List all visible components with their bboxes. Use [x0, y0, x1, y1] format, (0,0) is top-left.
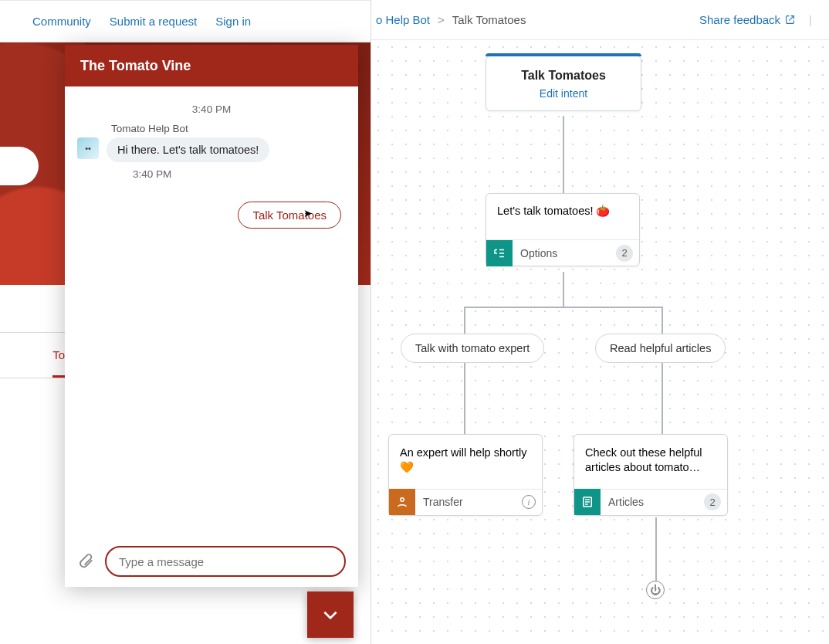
breadcrumb-parent[interactable]: o Help Bot [376, 13, 430, 26]
step-message: An expert will help shortly 🧡 [389, 435, 542, 489]
chevron-down-icon [320, 605, 340, 625]
toolbar-separator: | [809, 13, 812, 26]
chevron-right-icon: > [438, 13, 445, 26]
bot-message: Hi there. Let's talk tomatoes! [107, 137, 269, 162]
options-count-badge: 2 [616, 245, 633, 262]
connector [464, 307, 662, 308]
connector [563, 116, 564, 193]
transfer-icon [389, 489, 415, 515]
message-input[interactable] [105, 546, 346, 577]
flow-canvas[interactable]: Talk Tomatoes Edit intent Let's talk tom… [371, 40, 829, 644]
quick-reply-button[interactable]: Talk Tomatoes ➤ [238, 202, 341, 229]
articles-icon [574, 489, 601, 515]
edit-intent-link[interactable]: Edit intent [494, 87, 633, 100]
conversation-pane: 3:40 PM Tomato Help Bot •• Hi there. Let… [65, 86, 358, 542]
step-type-label: Transfer [415, 496, 522, 508]
step-type-label: Articles [601, 496, 704, 508]
bot-avatar: •• [77, 137, 99, 159]
svg-point-0 [401, 498, 404, 502]
bot-name-label: Tomato Help Bot [111, 123, 346, 134]
connector [464, 307, 465, 334]
option-node[interactable]: Read helpful articles [595, 334, 726, 363]
intent-title: Talk Tomatoes [494, 69, 633, 83]
search-pill-fragment[interactable] [0, 147, 39, 185]
step-node-transfer[interactable]: An expert will help shortly 🧡 Transfer i [388, 434, 543, 516]
end-node-icon[interactable]: ⏻ [646, 581, 665, 599]
widget-launcher[interactable] [307, 591, 354, 638]
option-node[interactable]: Talk with tomato expert [401, 334, 544, 363]
attachment-icon[interactable] [77, 551, 94, 571]
intent-node[interactable]: Talk Tomatoes Edit intent [486, 56, 641, 111]
cursor-icon: ➤ [303, 207, 313, 219]
breadcrumb: o Help Bot > Talk Tomatoes [376, 13, 526, 26]
tab-fragment[interactable]: To [52, 348, 65, 378]
connector [655, 517, 657, 581]
nav-community[interactable]: Community [32, 15, 91, 28]
nav-sign-in[interactable]: Sign in [215, 15, 251, 28]
external-link-icon [785, 15, 795, 25]
step-node-options[interactable]: Let's talk tomatoes! 🍅 Options 2 [486, 193, 640, 266]
timestamp: 3:40 PM [77, 103, 346, 115]
timestamp: 3:40 PM [133, 168, 346, 180]
helpcenter-nav: Community Submit a request Sign in [0, 0, 371, 42]
breadcrumb-current: Talk Tomatoes [452, 13, 526, 26]
info-icon[interactable]: i [522, 495, 536, 509]
connector [662, 363, 663, 434]
widget-title: The Tomato Vine [65, 45, 358, 86]
flow-builder: o Help Bot > Talk Tomatoes Share feedbac… [371, 0, 829, 644]
quick-reply-label: Talk Tomatoes [252, 208, 327, 222]
articles-count-badge: 2 [704, 493, 721, 510]
connector [662, 307, 663, 334]
connector [563, 272, 564, 307]
step-message: Check out these helpful articles about t… [574, 435, 727, 489]
step-node-articles[interactable]: Check out these helpful articles about t… [574, 434, 728, 516]
category-tabs: To [0, 332, 65, 378]
share-feedback-label: Share feedback [699, 13, 780, 26]
chat-widget: The Tomato Vine 3:40 PM Tomato Help Bot … [65, 45, 358, 587]
connector [464, 363, 465, 434]
share-feedback-link[interactable]: Share feedback [699, 13, 795, 26]
options-icon [486, 240, 513, 266]
step-type-label: Options [513, 247, 616, 259]
step-message: Let's talk tomatoes! 🍅 [486, 194, 639, 239]
nav-submit-request[interactable]: Submit a request [110, 15, 197, 28]
